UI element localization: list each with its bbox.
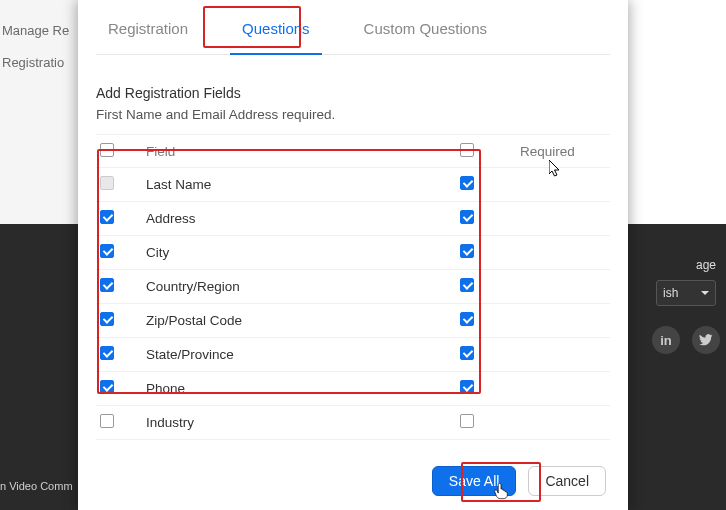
fields-grid: Field Required Last NameAddressCityCount… xyxy=(96,134,610,440)
language-value: ish xyxy=(663,286,678,300)
enable-checkbox[interactable] xyxy=(100,312,114,326)
enable-checkbox[interactable] xyxy=(100,346,114,360)
enable-checkbox xyxy=(100,176,114,190)
field-row: City xyxy=(96,236,610,270)
field-label: Industry xyxy=(146,415,460,430)
backdrop-link-manage[interactable]: Manage Re xyxy=(2,23,78,39)
required-checkbox[interactable] xyxy=(460,312,474,326)
backdrop-sidebar-top: Manage Re Registratio xyxy=(0,0,78,224)
tab-custom-questions[interactable]: Custom Questions xyxy=(352,14,499,54)
tab-questions[interactable]: Questions xyxy=(230,14,322,55)
backdrop-footer-right: age ish in xyxy=(628,224,726,510)
fields-header: Field Required xyxy=(96,134,610,168)
column-field: Field xyxy=(146,144,460,159)
field-label: City xyxy=(146,245,460,260)
backdrop-footer-text: n Video Comm xyxy=(0,480,73,492)
chevron-down-icon xyxy=(701,291,709,295)
twitter-icon[interactable] xyxy=(692,326,720,354)
enable-checkbox[interactable] xyxy=(100,414,114,428)
field-label: State/Province xyxy=(146,347,460,362)
section-subtitle: First Name and Email Address required. xyxy=(96,107,610,122)
save-button[interactable]: Save All xyxy=(432,466,517,496)
backdrop-link-registration[interactable]: Registratio xyxy=(2,55,78,71)
registration-modal: Registration Questions Custom Questions … xyxy=(78,0,628,510)
select-all-checkbox[interactable] xyxy=(100,143,114,157)
required-checkbox[interactable] xyxy=(460,380,474,394)
required-checkbox[interactable] xyxy=(460,244,474,258)
field-label: Last Name xyxy=(146,177,460,192)
field-row: Last Name xyxy=(96,168,610,202)
linkedin-icon[interactable]: in xyxy=(652,326,680,354)
language-dropdown[interactable]: ish xyxy=(656,280,716,306)
cancel-button[interactable]: Cancel xyxy=(528,466,606,496)
required-checkbox[interactable] xyxy=(460,414,474,428)
field-row: Country/Region xyxy=(96,270,610,304)
tab-registration[interactable]: Registration xyxy=(96,14,200,54)
field-row: Address xyxy=(96,202,610,236)
field-row: Zip/Postal Code xyxy=(96,304,610,338)
enable-checkbox[interactable] xyxy=(100,380,114,394)
column-required: Required xyxy=(520,144,610,159)
required-checkbox[interactable] xyxy=(460,176,474,190)
tabs: Registration Questions Custom Questions xyxy=(96,0,610,55)
field-label: Country/Region xyxy=(146,279,460,294)
field-label: Phone xyxy=(146,381,460,396)
required-checkbox[interactable] xyxy=(460,346,474,360)
backdrop-footer-left: n Video Comm xyxy=(0,224,78,510)
enable-checkbox[interactable] xyxy=(100,244,114,258)
require-all-checkbox[interactable] xyxy=(460,143,474,157)
field-label: Zip/Postal Code xyxy=(146,313,460,328)
field-row: State/Province xyxy=(96,338,610,372)
field-label: Address xyxy=(146,211,460,226)
field-row: Industry xyxy=(96,406,610,440)
language-label: age xyxy=(696,258,716,272)
section-title: Add Registration Fields xyxy=(96,85,610,101)
required-checkbox[interactable] xyxy=(460,210,474,224)
enable-checkbox[interactable] xyxy=(100,278,114,292)
enable-checkbox[interactable] xyxy=(100,210,114,224)
modal-footer: Save All Cancel xyxy=(432,466,606,496)
required-checkbox[interactable] xyxy=(460,278,474,292)
field-row: Phone xyxy=(96,372,610,406)
social-links: in xyxy=(652,326,720,354)
